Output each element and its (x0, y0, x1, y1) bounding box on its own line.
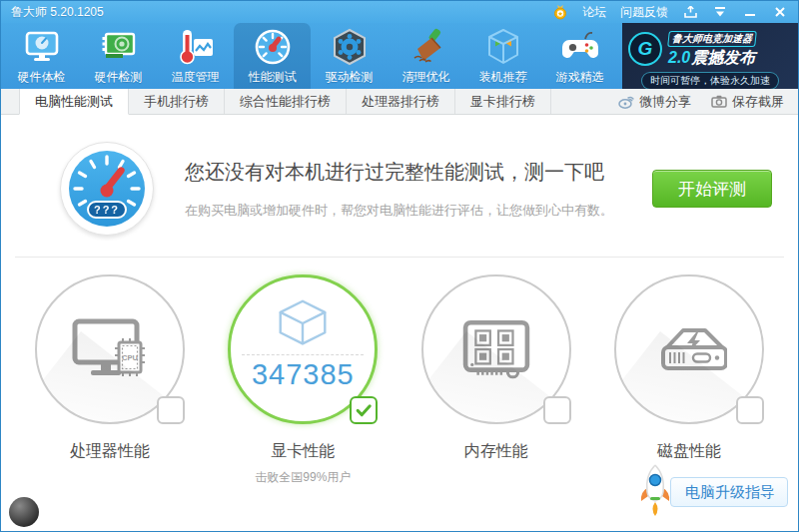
driver-detect-icon (330, 27, 370, 67)
close-button[interactable] (772, 5, 788, 19)
tab-phone-ranking[interactable]: 手机排行榜 (129, 89, 225, 114)
disk-label: 磁盘性能 (657, 441, 721, 462)
tab-cpu-ranking[interactable]: 处理器排行榜 (347, 89, 455, 114)
nav-item-game-picks[interactable]: 游戏精选 (541, 23, 618, 89)
performance-gauge-icon (253, 27, 293, 67)
start-benchmark-button[interactable]: 开始评测 (652, 170, 772, 208)
nav-label: 游戏精选 (556, 69, 604, 86)
benchmark-disk[interactable]: 磁盘性能 (604, 273, 774, 486)
cpu-label: 处理器性能 (70, 441, 150, 462)
nav-label: 硬件检测 (95, 69, 143, 86)
benchmark-gpu[interactable]: 347385 显卡性能 击败全国99%用户 (218, 273, 388, 486)
nav-label: 性能测试 (249, 69, 297, 86)
minimize-button[interactable] (742, 5, 758, 19)
gpu-label: 显卡性能 (271, 441, 335, 462)
cpu-monitor-icon: CPU (70, 316, 150, 382)
ludashi-window: 鲁大师 5.20.1205 论坛 问题反馈 (0, 0, 799, 532)
gauge-unknown-score: ??? (94, 204, 120, 216)
nav-label: 硬件体检 (18, 69, 66, 86)
disk-checkbox[interactable] (736, 396, 764, 424)
gpu-beat-text: 击败全国99%用户 (255, 469, 351, 486)
test-intro-section: ??? 您还没有对本机进行过完整性能测试，测一下吧 在购买电脑或增加硬件时，帮您… (1, 115, 798, 237)
main-menu-icon[interactable] (712, 5, 728, 19)
floating-ball-icon[interactable] (9, 497, 39, 527)
cpu-checkbox[interactable] (157, 396, 185, 424)
svg-text:CPU: CPU (122, 353, 138, 362)
promo-banner[interactable]: G 鲁大师电竞加速器 2.0震撼发布 时间可暂停，体验永久加速 (622, 23, 798, 89)
gauge-divider (242, 354, 364, 355)
memory-label: 内存性能 (464, 441, 528, 462)
nav-item-hardware-detect[interactable]: 硬件检测 (80, 23, 157, 89)
nav-item-hardware-checkup[interactable]: 硬件体检 (3, 23, 80, 89)
nav-item-temperature[interactable]: 温度管理 (157, 23, 234, 89)
app-title: 鲁大师 5.20.1205 (11, 4, 104, 21)
nav-label: 装机推荐 (479, 69, 527, 86)
hardware-checkup-icon (22, 27, 62, 67)
nav-item-clean-optimize[interactable]: 清理优化 (388, 23, 464, 89)
feedback-link[interactable]: 问题反馈 (620, 4, 668, 21)
intro-subtext: 在购买电脑或增加硬件时，帮您对电脑性能进行评估，让您做到心中有数。 (185, 202, 613, 220)
tab-gpu-ranking[interactable]: 显卡排行榜 (455, 89, 551, 114)
nav-label: 驱动检测 (326, 69, 374, 86)
skin-icon[interactable] (682, 5, 698, 19)
tab-bar: 电脑性能测试 手机排行榜 综合性能排行榜 处理器排行榜 显卡排行榜 微博分享 保… (1, 89, 798, 115)
nav-item-performance-test[interactable]: 性能测试 (234, 23, 311, 89)
medal-icon (552, 4, 568, 20)
hardware-detect-icon (99, 27, 139, 67)
nav-item-driver-detect[interactable]: 驱动检测 (311, 23, 388, 89)
nav-item-build-recommend[interactable]: 装机推荐 (464, 23, 541, 89)
benchmark-row: CPU 处理器性能 347385 (1, 258, 798, 486)
clean-optimize-icon (406, 27, 446, 67)
benchmark-memory[interactable]: 内存性能 (411, 273, 581, 486)
promo-product-name: 鲁大师电竞加速器 (667, 31, 757, 47)
tab-pc-performance-test[interactable]: 电脑性能测试 (19, 89, 129, 115)
score-gauge-icon: ??? (59, 141, 155, 237)
checkmark-icon (354, 400, 374, 420)
disk-icon (651, 319, 727, 379)
weibo-icon (618, 95, 634, 109)
benchmark-cpu[interactable]: CPU 处理器性能 (25, 273, 195, 486)
title-bar: 鲁大师 5.20.1205 论坛 问题反馈 (1, 1, 798, 23)
save-screenshot-button[interactable]: 保存截屏 (711, 93, 784, 111)
build-recommend-icon (483, 27, 523, 67)
nav-label: 温度管理 (172, 69, 220, 86)
temperature-icon (176, 27, 216, 67)
gpu-cube-icon (265, 297, 341, 349)
accelerator-logo-icon: G (628, 32, 662, 66)
gpu-score: 347385 (252, 358, 355, 391)
tab-overall-ranking[interactable]: 综合性能排行榜 (225, 89, 347, 114)
main-nav: 硬件体检 硬件检测 温度管理 性能测试 驱动检测 (1, 23, 798, 89)
game-picks-icon (560, 27, 600, 67)
intro-heading: 您还没有对本机进行过完整性能测试，测一下吧 (185, 159, 613, 186)
camera-icon (711, 95, 727, 108)
gpu-checkbox[interactable] (350, 396, 378, 424)
promo-tagline: 时间可暂停，体验永久加速 (641, 72, 779, 90)
forum-link[interactable]: 论坛 (582, 4, 606, 21)
memory-checkbox[interactable] (543, 396, 571, 424)
nav-label: 清理优化 (402, 69, 450, 86)
promo-release-line: 2.0震撼发布 (668, 48, 756, 69)
rocket-icon (637, 464, 673, 518)
memory-icon (462, 318, 530, 380)
weibo-share-button[interactable]: 微博分享 (618, 93, 691, 111)
upgrade-guide-button[interactable]: 电脑升级指导 (670, 477, 788, 507)
